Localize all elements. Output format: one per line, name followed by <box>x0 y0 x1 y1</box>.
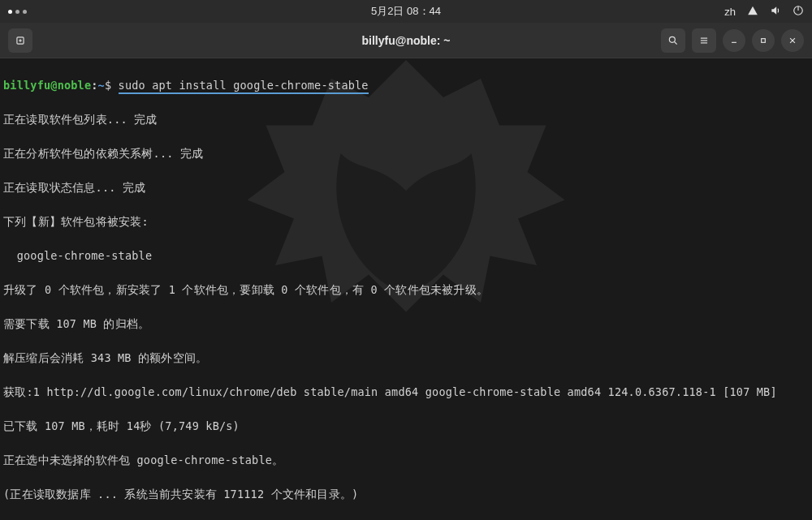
search-button[interactable] <box>661 28 685 53</box>
entered-command: sudo apt install google-chrome-stable <box>119 79 369 94</box>
power-icon[interactable] <box>793 5 804 19</box>
output-line: 正在选中未选择的软件包 google-chrome-stable。 <box>3 452 809 469</box>
close-button[interactable] <box>781 29 804 52</box>
output-line: google-chrome-stable <box>3 247 809 264</box>
output-line: 正在读取状态信息... 完成 <box>3 179 809 196</box>
prompt-host: noble <box>58 79 92 92</box>
svg-line-6 <box>675 41 677 44</box>
output-line: 正在分析软件包的依赖关系树... 完成 <box>3 145 809 162</box>
prompt-line-1: billyfu@noble:~$ sudo apt install google… <box>3 77 809 94</box>
clock[interactable]: 5月2日 08：44 <box>371 4 441 19</box>
minimize-button[interactable] <box>723 29 745 52</box>
prompt-path: ~ <box>98 79 105 92</box>
output-line: 升级了 0 个软件包，新安装了 1 个软件包，要卸载 0 个软件包，有 0 个软… <box>3 281 809 299</box>
terminal-output[interactable]: billyfu@noble:~$ sudo apt install google… <box>0 58 812 520</box>
network-icon[interactable] <box>747 5 758 19</box>
output-line: 正在读取软件包列表... 完成 <box>3 111 809 128</box>
prompt-user: billyfu <box>3 79 50 92</box>
svg-rect-11 <box>762 38 766 42</box>
activities-dots[interactable] <box>8 10 27 14</box>
output-line: 下列【新】软件包将被安装: <box>3 213 809 230</box>
gnome-top-bar: 5月2日 08：44 zh <box>0 0 812 23</box>
window-title: billyfu@noble: ~ <box>362 34 451 47</box>
hamburger-menu-button[interactable] <box>692 28 716 53</box>
new-tab-button[interactable] <box>8 28 32 53</box>
output-line: (正在读取数据库 ... 系统当前共安装有 171112 个文件和目录。) <box>3 486 809 503</box>
output-line: 需要下载 107 MB 的归档。 <box>3 316 809 333</box>
input-method-indicator[interactable]: zh <box>724 6 736 18</box>
output-line: 获取:1 http://dl.google.com/linux/chrome/d… <box>3 384 809 401</box>
output-line: 已下载 107 MB，耗时 14秒 (7,749 kB/s) <box>3 418 809 435</box>
maximize-button[interactable] <box>752 29 775 52</box>
terminal-title-bar: billyfu@noble: ~ <box>0 23 812 58</box>
output-line: 解压缩后会消耗 343 MB 的额外空间。 <box>3 350 809 367</box>
volume-icon[interactable] <box>770 5 781 19</box>
svg-point-5 <box>669 37 675 42</box>
